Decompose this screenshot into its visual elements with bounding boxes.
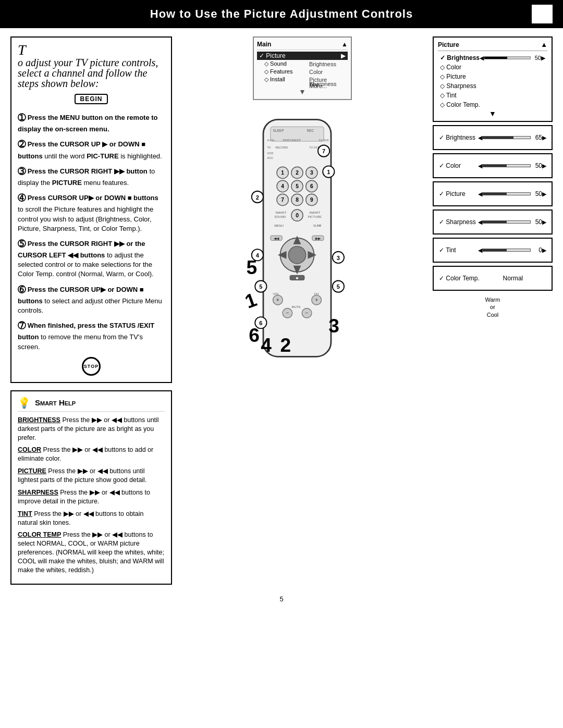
brightness-bar [484, 56, 531, 59]
picture-left-arrow[interactable]: ◀ [478, 191, 482, 198]
svg-text:A-CH: A-CH [267, 139, 274, 142]
tv-menu-main: Main ▲ ✓ Picture ▶ ◇ Sound Brightness ◇ … [253, 36, 352, 100]
picture-right-arrow[interactable]: ▶ [542, 191, 546, 198]
step-7: ➆ When finished, press the STATUS /EXIT … [18, 319, 165, 352]
svg-text:SLEEP: SLEEP [273, 129, 284, 132]
colortemp-menu-label: ◇ Color Temp. [440, 101, 480, 108]
picture-slider-value: 50 [531, 190, 542, 198]
step7-icon: ➆ [18, 320, 26, 331]
page-number: 5 [0, 595, 563, 608]
right-column: Picture ▲ ✓ Brightness ◀ 50 ▶ ◇ Color ◇ … [433, 36, 553, 585]
step5-text: Press the CURSOR RIGHT ▶▶ or the CURSOR … [18, 240, 154, 278]
adjust-row-color: ◇ Color [438, 63, 547, 72]
adjust-panel-picture: Picture ▲ ✓ Brightness ◀ 50 ▶ ◇ Color ◇ … [433, 36, 553, 122]
svg-text:6: 6 [249, 324, 260, 346]
brightness-left-arrow[interactable]: ◀ [478, 134, 482, 141]
center-column: Main ▲ ✓ Picture ▶ ◇ Sound Brightness ◇ … [180, 36, 424, 585]
step1-text: Press the MENU button on the remote to d… [18, 114, 158, 133]
tv-menu-row-picture: ✓ Picture ▶ [257, 52, 348, 60]
sharpness-control-panel: Sharpness ◀ 50 ▶ [433, 209, 553, 235]
tint-menu-label: ◇ Tint [440, 92, 476, 99]
brightness-slider [482, 136, 531, 139]
brightness-control-panel: Brightness ◀ 65 ▶ [433, 125, 553, 150]
svg-text:II: II [319, 224, 321, 227]
brightness-arrow-right[interactable]: ▶ [541, 55, 545, 61]
intro-body: o adjust your TV picture controls, selec… [18, 57, 163, 89]
tint-right-arrow[interactable]: ▶ [542, 247, 546, 254]
sharpness-right-arrow[interactable]: ▶ [542, 219, 546, 226]
svg-text:−: − [286, 310, 289, 316]
svg-text:MUTE: MUTE [292, 305, 301, 309]
svg-text:8: 8 [296, 197, 299, 203]
color-right-arrow[interactable]: ▶ [542, 163, 546, 169]
step6-text: Press the CURSOR UP▶ or DOWN ■ buttons t… [18, 286, 162, 314]
header-box [532, 5, 553, 23]
svg-text:■: ■ [296, 276, 299, 280]
svg-text:2: 2 [256, 194, 259, 201]
adjust-row-picture: ◇ Picture [438, 72, 547, 81]
svg-text:1: 1 [242, 288, 260, 313]
sharpness-slider [482, 220, 531, 224]
sh-picture: PICTURE Press the ▶▶ or ◀◀ buttons until… [18, 467, 165, 485]
picture-control-label: Picture [439, 190, 478, 198]
adjust-row-brightness: ✓ Brightness ◀ 50 ▶ [438, 53, 547, 63]
svg-text:REC: REC [307, 129, 314, 132]
svg-text:STATUS/EXIT: STATUS/EXIT [283, 139, 301, 142]
tint-slider-bar [482, 249, 531, 252]
adjust-panel-up-arrow: ▲ [541, 41, 547, 48]
brightness-bar-fill [484, 57, 507, 59]
lightbulb-icon: 💡 [18, 397, 31, 409]
tint-left-arrow[interactable]: ◀ [478, 247, 482, 254]
adjust-panel-picture-header: Picture ▲ [438, 41, 547, 51]
colortemp-control-label: Color Temp. [439, 275, 480, 282]
svg-text:9: 9 [310, 197, 313, 203]
step3-icon: ➂ [18, 166, 26, 177]
tint-slider-value: 0 [531, 246, 542, 254]
tint-control-label: Tint [439, 246, 478, 254]
picture-label: ◇ Picture [440, 73, 476, 80]
sharpness-control-label: Sharpness [439, 218, 478, 226]
sharpness-menu-label: ◇ Sharpness [440, 82, 476, 90]
picture-slider [482, 192, 531, 195]
remote-control: SLEEP REC A-CH STATUS/EXIT CLOCK TV RECO… [229, 115, 375, 387]
brightness-slider-bar [482, 136, 531, 139]
svg-text:3: 3 [337, 255, 340, 261]
brightness-slider-value: 65 [531, 134, 542, 141]
color-slider [482, 164, 531, 167]
color-left-arrow[interactable]: ◀ [478, 163, 482, 169]
step2-text: Press the CURSOR UP ▶ or DOWN ■ buttons … [18, 140, 162, 159]
sharpness-slider-value: 50 [531, 218, 542, 226]
svg-text:5: 5 [259, 283, 262, 290]
picture-slider-fill [483, 193, 507, 195]
step6-icon: ➅ [18, 285, 26, 295]
svg-text:TV: TV [267, 146, 271, 149]
color-slider-fill [483, 165, 507, 167]
sharpness-slider-fill [483, 221, 507, 223]
warm-cool-label: WarmorCool [433, 296, 553, 318]
tint-slider-fill [483, 249, 507, 251]
step-4: ➃ Press CURSOR UP▶ or DOWN ■ buttons to … [18, 192, 165, 233]
svg-text:4: 4 [261, 334, 272, 356]
color-slider-bar [482, 164, 531, 167]
svg-text:1: 1 [281, 170, 284, 176]
svg-text:5: 5 [337, 283, 340, 290]
brightness-arrow-left[interactable]: ◀ [480, 55, 484, 61]
svg-text:6: 6 [310, 183, 313, 189]
step-6: ➅ Press the CURSOR UP▶ or DOWN ■ buttons… [18, 283, 165, 316]
svg-text:3: 3 [328, 315, 339, 337]
brightness-right-arrow[interactable]: ▶ [542, 134, 546, 141]
svg-text:5: 5 [247, 256, 258, 278]
sh-colortemp: COLOR TEMP Press the ▶▶ or ◀◀ buttons to… [18, 530, 165, 574]
sharpness-slider-bar [482, 220, 531, 224]
svg-text:4: 4 [281, 183, 284, 189]
svg-text:ACC: ACC [267, 156, 273, 159]
sharpness-left-arrow[interactable]: ◀ [478, 219, 482, 226]
step-2: ➁ Press the CURSOR UP ▶ or DOWN ■ button… [18, 138, 165, 161]
tv-menu-header: Main ▲ [257, 41, 348, 50]
svg-text:CLOCK: CLOCK [319, 139, 329, 142]
instruction-box: T o adjust your TV picture controls, sel… [10, 36, 172, 383]
color-control-label: Color [439, 162, 478, 169]
sh-brightness: BRIGHTNESS Press the ▶▶ or ◀◀ buttons un… [18, 416, 165, 442]
svg-point-40 [288, 246, 305, 264]
svg-text:5: 5 [296, 183, 299, 189]
